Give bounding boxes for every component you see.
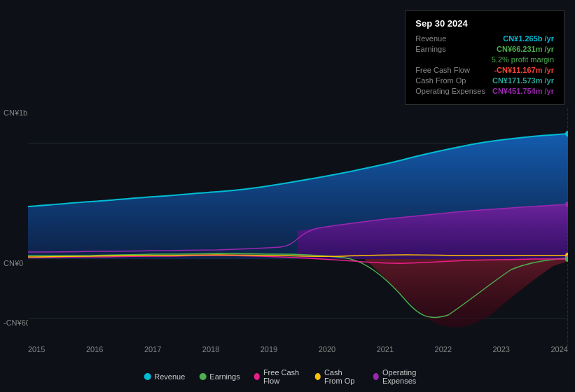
legend-item-revenue[interactable]: Revenue (144, 372, 185, 381)
legend-dot-earnings (199, 373, 206, 380)
legend-item-cashfromop[interactable]: Cash From Op (315, 368, 359, 385)
x-label-2023: 2023 (493, 345, 510, 354)
tooltip-earnings-value: CN¥66.231m /yr (497, 45, 554, 53)
legend-item-earnings[interactable]: Earnings (199, 372, 240, 381)
legend-label-cashfromop: Cash From Op (324, 368, 359, 385)
tooltip-opex-label: Operating Expenses (415, 87, 485, 95)
tooltip-revenue-value: CN¥1.265b /yr (503, 34, 554, 43)
legend-label-fcf: Free Cash Flow (263, 368, 301, 385)
tooltip-cashfromop-row: Cash From Op CN¥171.573m /yr (415, 76, 554, 85)
tooltip-fcf-label: Free Cash Flow (415, 66, 470, 74)
x-label-2017: 2017 (144, 345, 161, 354)
x-label-2015: 2015 (28, 345, 45, 354)
x-label-2016: 2016 (86, 345, 103, 354)
x-label-2022: 2022 (435, 345, 452, 354)
x-axis-labels: 2015 2016 2017 2018 2019 2020 2021 2022 … (28, 345, 568, 354)
x-label-2020: 2020 (319, 345, 335, 354)
tooltip-opex-value: CN¥451.754m /yr (492, 87, 554, 95)
tooltip-fcf-value: -CN¥11.167m /yr (494, 66, 554, 74)
tooltip-box: Sep 30 2024 Revenue CN¥1.265b /yr Earnin… (405, 10, 564, 105)
unit-label: CN¥1b (4, 108, 27, 117)
tooltip-earnings-row: Earnings CN¥66.231m /yr (415, 45, 554, 53)
x-label-2019: 2019 (261, 345, 277, 354)
legend-dot-cashfromop (315, 373, 321, 380)
x-label-2018: 2018 (202, 345, 219, 354)
tooltip-revenue-label: Revenue (415, 34, 446, 43)
tooltip-profit-margin: 5.2% profit margin (492, 55, 554, 64)
y-label-zero: CN¥0 (4, 259, 23, 267)
legend-dot-opex (373, 373, 379, 380)
tooltip-earnings-label: Earnings (415, 45, 445, 53)
x-label-2021: 2021 (377, 345, 394, 354)
tooltip-profit-margin-row: 5.2% profit margin (415, 55, 554, 64)
x-label-2024: 2024 (550, 345, 567, 354)
main-chart-svg[interactable] (28, 108, 568, 346)
tooltip-date: Sep 30 2024 (415, 18, 554, 29)
tooltip-opex-row: Operating Expenses CN¥451.754m /yr (415, 87, 554, 95)
tooltip-cashfromop-label: Cash From Op (415, 76, 466, 85)
legend-label-revenue: Revenue (154, 372, 185, 381)
chart-container: Sep 30 2024 Revenue CN¥1.265b /yr Earnin… (0, 0, 575, 392)
tooltip-fcf-row: Free Cash Flow -CN¥11.167m /yr (415, 66, 554, 74)
legend-label-opex: Operating Expenses (382, 368, 431, 385)
legend-dot-fcf (254, 373, 260, 380)
legend-item-fcf[interactable]: Free Cash Flow (254, 368, 301, 385)
legend-item-opex[interactable]: Operating Expenses (373, 368, 431, 385)
tooltip-cashfromop-value: CN¥171.573m /yr (492, 76, 554, 85)
tooltip-revenue-row: Revenue CN¥1.265b /yr (415, 34, 554, 43)
legend-dot-revenue (144, 373, 151, 380)
legend-label-earnings: Earnings (209, 372, 240, 381)
legend: Revenue Earnings Free Cash Flow Cash Fro… (144, 368, 431, 385)
